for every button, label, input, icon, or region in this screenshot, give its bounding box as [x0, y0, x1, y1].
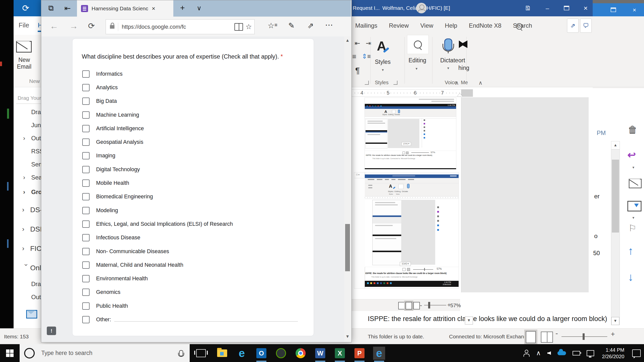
reading-view-icon[interactable]	[541, 332, 553, 343]
taskbar-cisco-anyconnect[interactable]	[275, 347, 287, 360]
scroll-down-icon[interactable]: ▼	[465, 316, 473, 325]
checkbox[interactable]	[82, 207, 90, 214]
maximize-icon[interactable]: 🗖	[608, 2, 618, 18]
previous-item-icon[interactable]: ↑	[628, 245, 633, 257]
ribbon-tab[interactable]: EndNote X8	[469, 16, 501, 35]
delete-icon[interactable]: 🗑	[628, 124, 637, 135]
embedded-screenshot-1[interactable]: 1:44 PM A Styles Editing Dictate	[365, 98, 456, 169]
editing-button[interactable]: Editing ▾	[407, 35, 430, 80]
checkbox[interactable]	[82, 234, 90, 241]
active-tab[interactable]: Harnessing Data Scienc ×	[77, 0, 173, 17]
taskbar-word[interactable]: W	[314, 347, 326, 360]
ribbon-tab[interactable]: Help	[445, 16, 457, 35]
mark-unread-icon[interactable]	[629, 179, 642, 188]
checkbox[interactable]	[82, 166, 90, 173]
checkbox[interactable]	[82, 275, 90, 282]
reply-icon[interactable]: ↩	[627, 149, 636, 161]
decrease-indent-icon[interactable]: ⇤	[355, 39, 360, 47]
checkbox[interactable]	[82, 220, 90, 228]
scroll-thumb[interactable]	[612, 160, 619, 233]
taskbar-search[interactable]: Type here to search	[20, 344, 190, 362]
chevron-icon[interactable]: ›	[22, 264, 30, 272]
outlook-file-tab[interactable]: File	[19, 21, 29, 29]
volume-icon[interactable]	[547, 351, 551, 355]
task-view-icon[interactable]	[196, 349, 206, 357]
checkbox[interactable]	[82, 111, 90, 119]
taskbar-excel[interactable]: X	[334, 347, 346, 360]
action-center-icon[interactable]	[632, 349, 641, 357]
share-button[interactable]: ⇗	[567, 19, 579, 33]
checkbox[interactable]	[82, 70, 90, 78]
taskbar-powerpoint[interactable]: P	[353, 347, 366, 360]
scroll-up-icon[interactable]: ▲	[344, 38, 351, 43]
close-icon[interactable]: ×	[629, 2, 639, 18]
message-scrollbar[interactable]: ▲	[611, 141, 620, 325]
chevron-icon[interactable]: ›	[22, 206, 30, 214]
reading-view-icon[interactable]	[234, 23, 243, 31]
tab-preview-icon[interactable]: ⧉	[48, 4, 54, 13]
tab-close-icon[interactable]: ×	[152, 5, 155, 12]
collapse-ribbon-icon[interactable]: ∧	[455, 80, 459, 86]
web-layout-icon[interactable]	[413, 302, 420, 309]
read-mode-icon[interactable]	[398, 302, 405, 309]
taskbar-edge[interactable]: e	[373, 347, 385, 360]
onedrive-icon[interactable]	[557, 351, 566, 355]
zoom-level[interactable]: 57%	[450, 302, 461, 308]
url-text[interactable]: https://docs.google.com/fc	[122, 24, 234, 30]
ribbon-tab[interactable]: View	[420, 16, 433, 35]
line-spacing-icon[interactable]: ⇕≡	[362, 53, 371, 60]
account-avatar[interactable]	[416, 3, 427, 13]
scroll-up-icon[interactable]: ▲	[611, 141, 620, 150]
battery-icon[interactable]	[573, 351, 580, 355]
checkbox[interactable]	[82, 248, 90, 255]
print-layout-icon[interactable]	[406, 302, 412, 309]
hub-icon[interactable]: ☆≡	[268, 21, 277, 30]
checkbox[interactable]	[82, 98, 90, 105]
checkbox[interactable]	[82, 261, 90, 269]
checkbox[interactable]	[82, 316, 90, 323]
other-text-input[interactable]	[114, 321, 298, 322]
sync-icon[interactable]: ⟳	[22, 4, 31, 13]
taskbar-clock[interactable]: 1:44 PM 2/26/2020	[602, 347, 624, 360]
zoom-slider[interactable]	[428, 302, 430, 308]
zoom-in-icon[interactable]: +	[611, 330, 615, 338]
checkbox[interactable]	[82, 125, 90, 132]
checkbox[interactable]	[82, 193, 90, 200]
refresh-icon[interactable]: ⟳	[88, 21, 95, 31]
ribbon-tab[interactable]: Mailings	[355, 16, 377, 35]
checkbox[interactable]	[82, 139, 90, 146]
share-icon[interactable]: ⇗	[307, 21, 314, 30]
close-icon[interactable]: ×	[581, 0, 591, 16]
embedded-screenshot-2[interactable]: □ × A Styles Editing Dictate Styles Voic…	[354, 172, 459, 288]
align-icon[interactable]: ≡	[352, 53, 356, 61]
checkbox[interactable]	[82, 152, 90, 159]
styles-button[interactable]: A Styles ▾	[372, 37, 403, 80]
pilcrow-icon[interactable]: ¶	[355, 66, 360, 75]
report-abuse-icon[interactable]: !	[47, 327, 56, 335]
move-to-folder-icon[interactable]	[627, 201, 641, 211]
taskbar-outlook[interactable]: O	[255, 347, 267, 360]
taskbar-internet-explorer[interactable]: e	[236, 347, 248, 360]
ribbon-tab[interactable]: Review	[389, 16, 409, 35]
chevron-icon[interactable]: ›	[23, 174, 31, 181]
ribbon-display-options-icon[interactable]: 🖻	[523, 0, 533, 16]
checkbox[interactable]	[82, 84, 90, 91]
edge-scrollbar[interactable]: ▲ ▼	[344, 36, 351, 342]
right-indent-marker[interactable]	[457, 94, 463, 97]
chevron-icon[interactable]: ›	[23, 189, 31, 196]
scroll-down-icon[interactable]: ▼	[344, 334, 351, 339]
collapse-ribbon-icon[interactable]: ∧	[478, 80, 482, 86]
start-button[interactable]	[6, 349, 14, 357]
checkbox[interactable]	[82, 302, 90, 310]
paragraph-dialog-launcher-icon[interactable]	[365, 81, 369, 85]
reply-dropdown-icon[interactable]: ▾	[632, 165, 634, 170]
move-dropdown-icon[interactable]: ▾	[632, 215, 634, 220]
checkbox[interactable]	[82, 289, 90, 296]
hidden-icons-chevron[interactable]: ∧	[536, 349, 541, 357]
comments-button[interactable]: 🗩	[580, 19, 592, 33]
zoom-out-icon[interactable]: -	[555, 329, 558, 338]
forward-icon[interactable]: →	[69, 21, 78, 31]
flag-icon[interactable]: ⚐	[628, 223, 636, 234]
chevron-icon[interactable]: ›	[23, 135, 31, 142]
mic-icon[interactable]	[179, 350, 183, 356]
